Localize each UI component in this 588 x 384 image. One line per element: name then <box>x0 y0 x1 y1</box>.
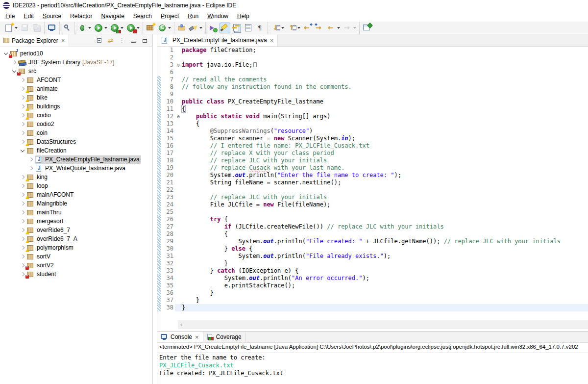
link-with-editor-icon[interactable]: ⇄ <box>108 37 115 44</box>
tree-item-filecreation[interactable]: fileCreation <box>0 146 152 155</box>
code-line[interactable]: 19 // replace Cusack with your last name… <box>157 164 588 172</box>
tab-coverage[interactable]: Coverage <box>203 332 245 342</box>
code-line[interactable]: 35 e.printStackTrace(); <box>157 282 588 289</box>
menu-item-run[interactable]: Run <box>183 11 203 21</box>
previous-edit-location-button[interactable] <box>302 23 313 33</box>
new-java-class-button[interactable] <box>157 23 168 33</box>
tree-item-mainthru[interactable]: mainThru <box>0 208 152 217</box>
code-line[interactable]: 21 String fileName = scanner.nextLine(); <box>157 179 588 186</box>
code-line[interactable]: 17 // replace X with your class period <box>157 150 588 157</box>
tree-item-polymorphism[interactable]: polymorphism <box>0 243 152 252</box>
search-button[interactable] <box>188 23 199 33</box>
run-button[interactable] <box>93 23 104 33</box>
code-line[interactable]: 9 <box>157 91 588 98</box>
code-line[interactable]: 3⊕import java.io.File; <box>157 61 588 69</box>
code-line[interactable]: 10public class PX_CreateEmptyFile_lastna… <box>157 98 588 105</box>
tree-item-override6-7-a[interactable]: overRide6_7_A <box>0 234 152 243</box>
tree-item-px-createemptyfile-lastname-java[interactable]: PX_CreateEmptyFile_lastname.java <box>0 155 152 164</box>
back-button[interactable] <box>326 23 337 33</box>
tree-twistie-icon[interactable] <box>19 184 26 187</box>
fold-marker-icon[interactable]: ⊕ <box>175 61 182 69</box>
tab-editor-file[interactable]: PX_CreateEmptyFile_lastname.java × <box>157 34 278 46</box>
tree-item-student[interactable]: student <box>0 270 152 279</box>
view-menu-icon[interactable]: ⋮ <box>119 37 126 44</box>
tree-twistie-icon[interactable] <box>27 167 35 170</box>
tree-twistie-icon[interactable] <box>19 131 26 134</box>
menu-item-project[interactable]: Project <box>156 11 183 21</box>
code-line[interactable]: 36 } <box>157 289 588 297</box>
tree-item-datastructures[interactable]: DataStructures <box>0 137 152 146</box>
tree-item-sortv[interactable]: sortV <box>0 252 152 261</box>
dropdown-caret-icon[interactable] <box>337 27 340 29</box>
collapse-all-icon[interactable] <box>97 37 103 44</box>
menu-item-source[interactable]: Source <box>38 11 66 21</box>
menu-item-file[interactable]: File <box>1 11 19 21</box>
code-line[interactable]: 28 { <box>157 230 588 238</box>
code-line[interactable]: 34 System.out.println("An error occurred… <box>157 275 588 282</box>
tree-item-mainafcont[interactable]: mainAFCONT <box>0 190 152 199</box>
open-type-button[interactable] <box>62 23 73 33</box>
open-task-button[interactable] <box>176 23 187 33</box>
dropdown-caret-icon[interactable] <box>15 27 18 29</box>
dropdown-caret-icon[interactable] <box>121 27 123 29</box>
tree-item-afcont[interactable]: AFCONT <box>0 76 152 84</box>
tree-item-bike[interactable]: bike <box>0 93 152 102</box>
code-line[interactable]: 26 try { <box>157 216 588 223</box>
show-whitespace-button[interactable] <box>255 23 266 33</box>
menu-item-refactor[interactable]: Refactor <box>66 11 97 21</box>
menu-item-help[interactable]: Help <box>233 11 254 21</box>
tree-twistie-icon[interactable] <box>19 123 26 126</box>
tree-twistie-icon[interactable] <box>19 202 26 205</box>
code-line[interactable]: 11{ <box>157 105 588 113</box>
tab-package-explorer[interactable]: Package Explorer × <box>0 34 69 47</box>
code-line[interactable]: 27 if (JLCfile.createNewFile()) // repla… <box>157 223 588 230</box>
tree-item-src[interactable]: src <box>0 67 152 76</box>
code-line[interactable]: 6 <box>157 69 588 76</box>
code-line[interactable]: 24 File JLCfile = new File(fileName); <box>157 201 588 208</box>
code-line[interactable]: 12⊖ public static void main(String[] arg… <box>157 113 588 120</box>
tree-item-animate[interactable]: animate <box>0 84 152 93</box>
code-line[interactable]: 32 } <box>157 260 588 267</box>
code-line[interactable]: 7// read all the comments <box>157 76 588 83</box>
block-selection-button[interactable] <box>243 23 254 33</box>
tree-item-maingribble[interactable]: Maingribble <box>0 199 152 208</box>
code-line[interactable]: 2 <box>157 54 588 61</box>
dropdown-caret-icon[interactable] <box>168 27 171 29</box>
menu-item-edit[interactable]: Edit <box>19 11 38 21</box>
code-line[interactable]: 1package fileCreation; <box>157 47 588 54</box>
tree-item-period10[interactable]: period10 <box>0 49 152 58</box>
code-line[interactable]: 38} <box>157 304 588 311</box>
code-line[interactable]: 13 { <box>157 120 588 128</box>
coverage-button[interactable] <box>109 23 120 33</box>
horizontal-scrollbar[interactable]: ‹ <box>178 320 588 329</box>
dropdown-caret-icon[interactable] <box>104 27 107 29</box>
next-annotation-button[interactable] <box>270 23 281 33</box>
tree-item-override6-7[interactable]: overRide6_7 <box>0 226 152 234</box>
previous-annotation-button[interactable] <box>286 23 297 33</box>
tree-twistie-icon[interactable] <box>19 78 26 81</box>
new-wizard-button[interactable] <box>3 23 14 33</box>
tree-item-jre-system-library[interactable]: JRE System Library[JavaSE-17] <box>0 58 152 67</box>
new-java-project-button[interactable] <box>145 23 156 33</box>
tree-item-px-writequote-lastname-java[interactable]: PX_WriteQuote_lastname.java <box>0 164 152 173</box>
code-line[interactable]: 18 // replace JLC with your initials <box>157 157 588 164</box>
tree-item-coin[interactable]: coin <box>0 128 152 137</box>
dropdown-caret-icon[interactable] <box>88 27 91 29</box>
code-line[interactable]: 14 @SuppressWarnings("resource") <box>157 128 588 135</box>
code-line[interactable]: 23 // replace JLC with your initials <box>157 194 588 201</box>
tree-item-codio[interactable]: codio <box>0 111 152 120</box>
tree-item-buildings[interactable]: buildings <box>0 102 152 111</box>
maximize-icon[interactable] <box>142 37 148 44</box>
tree-item-king[interactable]: king <box>0 173 152 181</box>
close-icon[interactable]: × <box>270 37 274 44</box>
open-console-button[interactable] <box>47 23 57 33</box>
debug-button[interactable] <box>77 23 88 33</box>
code-line[interactable]: 30 } else { <box>157 245 588 253</box>
code-line[interactable]: 29 System.out.println("File created: " +… <box>157 238 588 245</box>
dropdown-caret-icon[interactable] <box>353 27 356 29</box>
dropdown-caret-icon[interactable] <box>199 27 202 29</box>
tree-twistie-icon[interactable] <box>19 220 26 223</box>
code-line[interactable]: 15 Scanner scanner = new Scanner(System.… <box>157 135 588 142</box>
tree-twistie-icon[interactable] <box>19 211 26 214</box>
code-line[interactable]: 37 } <box>157 297 588 304</box>
